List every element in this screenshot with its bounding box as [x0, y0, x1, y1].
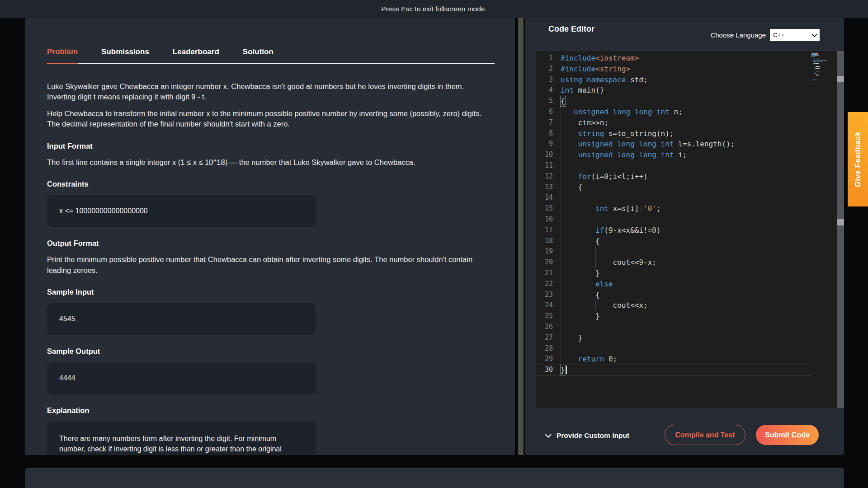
minimap-line [813, 56, 815, 56]
code-line[interactable]: 11 [536, 160, 844, 171]
editor-header: Code Editor Choose Language C++ [525, 18, 844, 51]
code-line-text: { [561, 182, 582, 193]
line-number: 14 [536, 192, 553, 203]
code-editor[interactable]: 1#include<iostream>2#include<string>3usi… [536, 51, 844, 408]
section-heading-input-format: Input Format [47, 142, 495, 150]
code-line[interactable]: 9 unsigned long long int l=s.length(); [536, 139, 844, 150]
code-line[interactable]: 27 } [536, 333, 844, 343]
minimap-line [813, 60, 815, 61]
editor-scrollbar-thumb[interactable] [837, 219, 844, 225]
language-group: Choose Language C++ [710, 29, 820, 41]
line-number: 1 [536, 53, 553, 64]
code-line[interactable]: 25 } [536, 311, 844, 322]
code-line[interactable]: 28 [536, 343, 844, 354]
line-number: 7 [536, 117, 553, 128]
submit-code-button[interactable]: Submit Code [756, 425, 819, 445]
code-line[interactable]: 14 [536, 192, 844, 203]
code-line[interactable]: 7 cin>>n; [536, 117, 844, 128]
line-number: 28 [536, 343, 553, 354]
problem-paragraph: Help Chewbacca to transform the initial … [47, 108, 495, 130]
line-number: 15 [536, 203, 553, 214]
line-number: 11 [536, 160, 553, 171]
code-line-text: cin>>n; [561, 117, 609, 128]
minimap-line [815, 69, 815, 70]
minimap-line [815, 66, 816, 67]
code-line[interactable]: 24 cout<<x; [536, 300, 844, 311]
code-line-text: string s=to_string(n); [561, 128, 674, 139]
minimap-line [818, 58, 819, 59]
language-label: Choose Language [710, 31, 766, 39]
line-number: 9 [536, 139, 553, 150]
line-number: 19 [536, 246, 553, 257]
code-line-text: unsigned long long int i; [561, 150, 687, 160]
problem-body: Luke Skywalker gave Chewbacca an integer… [47, 81, 495, 455]
code-line[interactable]: 4int main() [536, 85, 844, 96]
line-number: 13 [536, 182, 553, 193]
minimap-line [813, 78, 813, 79]
code-line[interactable]: 12 for(i=0;i<l;i++) [536, 171, 844, 182]
line-number: 21 [536, 268, 553, 279]
code-line[interactable]: 17 if(9-x<x&&i!=0) [536, 225, 844, 236]
line-number: 3 [536, 75, 553, 85]
code-editor-panel: Code Editor Choose Language C++ 1#includ… [525, 18, 844, 455]
line-number: 17 [536, 225, 553, 236]
provide-custom-input-toggle[interactable]: Provide Custom Input [547, 425, 629, 446]
minimap-line [812, 58, 816, 59]
code-line-text: else [561, 279, 613, 290]
code-line-text: using namespace std; [561, 75, 648, 85]
code-line[interactable]: 2#include<string> [536, 64, 844, 75]
tab-leaderboard[interactable]: Leaderboard [173, 47, 219, 63]
minimap-slider[interactable] [837, 76, 844, 82]
code-line[interactable]: 6 unsigned long long int n; [536, 107, 844, 117]
minimap[interactable] [811, 53, 837, 86]
code-line[interactable]: 20 cout<<9-x; [536, 257, 844, 268]
minimap-line [811, 80, 812, 81]
tab-solution[interactable]: Solution [243, 47, 274, 63]
line-number: 4 [536, 85, 553, 96]
code-line-text: { [561, 290, 600, 300]
provide-custom-input-label: Provide Custom Input [557, 432, 629, 440]
minimap-line [813, 80, 815, 80]
code-line[interactable]: 19 [536, 246, 844, 257]
code-line[interactable]: 23 { [536, 290, 844, 300]
code-line[interactable]: 1#include<iostream> [536, 53, 844, 64]
minimap-line [817, 55, 819, 56]
code-line[interactable]: 21 } [536, 268, 844, 279]
code-area[interactable]: 1#include<iostream>2#include<string>3usi… [536, 51, 844, 408]
next-section-card [25, 468, 844, 488]
tab-submissions[interactable]: Submissions [101, 47, 149, 63]
problem-panel: ProblemSubmissionsLeaderboardSolution Lu… [25, 18, 515, 455]
line-number: 22 [536, 279, 553, 290]
section-heading-sample-input: Sample Input [47, 288, 495, 296]
section-text: The first line contains a single integer… [47, 157, 495, 168]
sample-box-text: 4545 [59, 315, 304, 323]
minimap-line [815, 75, 815, 76]
line-number: 8 [536, 128, 553, 139]
code-line[interactable]: 8 string s=to_string(n); [536, 128, 844, 139]
bracket-match-box [560, 96, 566, 107]
code-line[interactable]: 22 else [536, 279, 844, 290]
code-line[interactable]: 26 [536, 322, 844, 333]
section-heading-explanation: Explanation [47, 406, 495, 415]
code-line[interactable]: 15 int x=s[i]-'0'; [536, 203, 844, 214]
code-line[interactable]: 5{ [536, 96, 844, 107]
give-feedback-tab[interactable]: Give Feedback [848, 112, 868, 206]
code-line[interactable]: 16 [536, 214, 844, 225]
compile-and-test-button[interactable]: Compile and Test [665, 425, 745, 445]
tab-problem[interactable]: Problem [47, 47, 78, 64]
editor-scrollbar-track[interactable] [837, 51, 844, 408]
panel-divider-scrollbar[interactable] [518, 18, 524, 455]
language-select[interactable]: C++ [770, 29, 820, 41]
code-line[interactable]: 30} [536, 365, 844, 375]
section-text: Print the minimum possible positive numb… [47, 254, 495, 276]
code-line-text: cout<<x; [561, 300, 648, 311]
code-line[interactable]: 29 return 0; [536, 354, 844, 365]
sample-box: x <= 100000000000000000 [47, 195, 316, 227]
code-line[interactable]: 10 unsigned long long int i; [536, 150, 844, 160]
editor-footer: Provide Custom Input Compile and Test Su… [525, 425, 844, 446]
code-line[interactable]: 18 { [536, 236, 844, 247]
code-line[interactable]: 13 { [536, 182, 844, 193]
chevron-down-icon [811, 32, 817, 38]
code-line[interactable]: 3using namespace std; [536, 75, 844, 85]
line-number: 24 [536, 300, 553, 311]
